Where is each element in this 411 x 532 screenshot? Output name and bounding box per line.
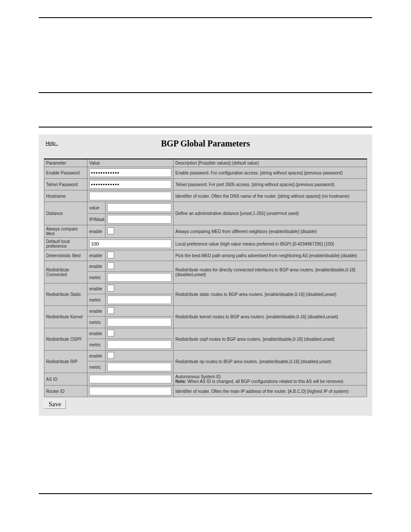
desc-telnet-password: Telnet password. For port 2605 access. [… xyxy=(174,179,367,190)
table-row: Router ID Identifier of router. Often th… xyxy=(44,386,367,397)
param-always-compare-med: Always compare Med xyxy=(44,225,87,238)
param-hostname: Hostname xyxy=(44,190,87,202)
table-row: Redistribute Connected enable Redistribu… xyxy=(44,261,367,272)
table-row: Enable Password Enable password. For con… xyxy=(44,167,367,179)
redist-ospf-checkbox[interactable] xyxy=(107,330,114,336)
sublabel-enable: enable xyxy=(87,225,106,238)
table-row: Redistribute RIP enable Redistribute rip… xyxy=(44,351,367,361)
param-distance: Distance xyxy=(44,202,87,225)
deterministic-med-checkbox[interactable] xyxy=(107,252,114,258)
distance-value-input[interactable] xyxy=(107,203,171,212)
col-header-description: Description [Possible values] (default v… xyxy=(174,159,367,167)
desc-default-local-pref: Local preference value (high value means… xyxy=(174,238,367,250)
desc-as-id-pre: Autonomous System ID. xyxy=(175,374,222,379)
sublabel-enable: enable xyxy=(87,283,106,294)
redist-connected-checkbox[interactable] xyxy=(107,262,114,269)
redist-ospf-metric-input[interactable] xyxy=(107,340,171,349)
router-id-input[interactable] xyxy=(89,387,171,395)
enable-password-input[interactable] xyxy=(89,168,171,177)
param-router-id: Router ID xyxy=(44,386,87,397)
hr-bottom xyxy=(39,493,372,494)
always-compare-med-checkbox[interactable] xyxy=(107,227,114,234)
as-id-input[interactable] xyxy=(89,375,171,383)
param-deterministic-med: Deterministic Med xyxy=(44,250,87,261)
desc-redist-connected: Redistribute routes for directly connect… xyxy=(174,261,367,283)
table-row: Hostname Identifier of router. Often the… xyxy=(44,190,367,202)
desc-redist-rip: Redistribute rip routes to BGP area rout… xyxy=(174,351,367,373)
param-enable-password: Enable Password xyxy=(44,167,87,179)
sublabel-enable: enable xyxy=(87,328,106,339)
sublabel-value: value xyxy=(87,202,106,214)
param-as-id: AS ID xyxy=(44,373,87,386)
sublabel-metric: metric xyxy=(87,317,106,328)
save-button[interactable]: Save xyxy=(44,400,66,409)
desc-enable-password: Enable password. For configuration acces… xyxy=(174,167,367,179)
param-redist-ospf: Redistribute OSPF xyxy=(44,328,87,351)
desc-as-id-note-label: Note: xyxy=(175,379,187,384)
redist-connected-metric-input[interactable] xyxy=(107,273,171,282)
table-row: Always compare Med enable Always compari… xyxy=(44,225,367,238)
table-row: Telnet Password Telnet password. For por… xyxy=(44,179,367,190)
desc-distance: Define an administrative distance [unset… xyxy=(174,202,367,225)
sublabel-enable: enable xyxy=(87,351,106,361)
table-row: Distance value Define an administrative … xyxy=(44,202,367,214)
default-local-pref-input[interactable] xyxy=(89,240,171,248)
sublabel-enable: enable xyxy=(87,250,106,261)
sublabel-metric: metric xyxy=(87,339,106,351)
desc-router-id: Identifier of router. Often the main IP … xyxy=(174,386,367,397)
param-redist-static: Redistribute Static xyxy=(44,283,87,306)
redist-kernel-checkbox[interactable] xyxy=(107,307,114,314)
redist-kernel-metric-input[interactable] xyxy=(107,318,171,327)
param-telnet-password: Telnet Password xyxy=(44,179,87,190)
table-row: Default local preference Local preferenc… xyxy=(44,238,367,250)
config-panel: Help . BGP Global Parameters Parameter V… xyxy=(39,134,372,416)
sublabel-enable: enable xyxy=(87,306,106,317)
desc-deterministic-med: Pick the best-MED path among paths adver… xyxy=(174,250,367,261)
table-row: Redistribute Kernel enable Redistribute … xyxy=(44,306,367,317)
param-default-local-pref: Default local preference xyxy=(44,238,87,250)
page-title: BGP Global Parameters xyxy=(44,139,367,149)
table-row: AS ID Autonomous System ID. Note: When A… xyxy=(44,373,367,386)
table-row: Deterministic Med enable Pick the best-M… xyxy=(44,250,367,261)
desc-always-compare-med: Always comparing MED from different neig… xyxy=(174,225,367,238)
desc-hostname: Identifier of router. Often the DNS name… xyxy=(174,190,367,202)
sublabel-metric: metric xyxy=(87,294,106,306)
desc-redist-kernel: Redistribute kernel routes to BGP area r… xyxy=(174,306,367,328)
telnet-password-input[interactable] xyxy=(89,180,171,189)
desc-as-id: Autonomous System ID. Note: When AS ID i… xyxy=(174,373,367,386)
desc-redist-ospf: Redistribute ospf routes to BGP area rou… xyxy=(174,328,367,351)
col-header-parameter: Parameter xyxy=(44,159,87,167)
distance-ipmask-input[interactable] xyxy=(107,215,171,224)
parameters-table: Parameter Value Description [Possible va… xyxy=(44,159,367,397)
desc-redist-static: Redistribute static routes to BGP area r… xyxy=(174,283,367,306)
desc-as-id-post: When AS ID is changed, all BGP configura… xyxy=(187,379,344,384)
sublabel-enable: enable xyxy=(87,261,106,272)
sublabel-ipmask: IP/Mask xyxy=(87,214,106,225)
hr-mid-2 xyxy=(39,127,372,128)
help-link[interactable]: Help . xyxy=(46,140,58,146)
table-row: Redistribute OSPF enable Redistribute os… xyxy=(44,328,367,339)
col-header-value: Value xyxy=(87,159,174,167)
redist-rip-checkbox[interactable] xyxy=(107,352,114,359)
redist-static-metric-input[interactable] xyxy=(107,296,171,304)
sublabel-metric: metric xyxy=(87,361,106,373)
sublabel-metric: metric xyxy=(87,272,106,283)
hostname-input[interactable] xyxy=(89,192,171,200)
redist-rip-metric-input[interactable] xyxy=(107,363,171,371)
table-header-row: Parameter Value Description [Possible va… xyxy=(44,159,367,167)
redist-static-checkbox[interactable] xyxy=(107,285,114,292)
param-redist-connected: Redistribute Connected xyxy=(44,261,87,283)
table-row: Redistribute Static enable Redistribute … xyxy=(44,283,367,294)
param-redist-kernel: Redistribute Kernel xyxy=(44,306,87,328)
param-redist-rip: Redistribute RIP xyxy=(44,351,87,373)
